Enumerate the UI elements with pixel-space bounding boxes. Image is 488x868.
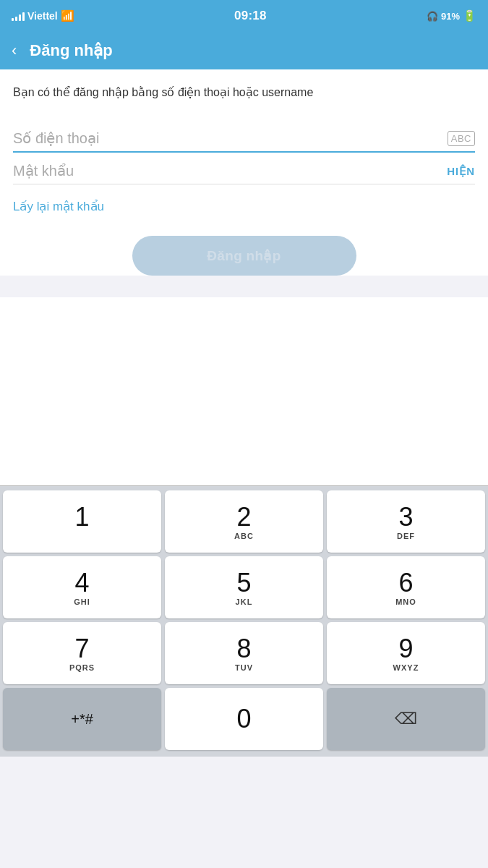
keyboard-row-2: 4 GHI 5 JKL 6 MNO <box>3 556 485 618</box>
phone-input[interactable] <box>13 130 442 147</box>
content-spacer <box>0 297 488 485</box>
key-7[interactable]: 7 PQRS <box>3 622 161 684</box>
key-9[interactable]: 9 WXYZ <box>327 622 485 684</box>
password-input-wrapper: HIỆN <box>13 156 475 184</box>
show-password-button[interactable]: HIỆN <box>447 165 475 178</box>
key-6[interactable]: 6 MNO <box>327 556 485 618</box>
page-title: Đăng nhập <box>30 41 112 60</box>
key-8[interactable]: 8 TUV <box>165 622 323 684</box>
key-5[interactable]: 5 JKL <box>165 556 323 618</box>
delete-icon: ⌫ <box>395 710 417 728</box>
keyboard-row-1: 1 2 ABC 3 DEF <box>3 490 485 553</box>
key-symbols[interactable]: +*# <box>3 688 161 750</box>
key-1[interactable]: 1 <box>3 490 161 553</box>
key-8-letters: TUV <box>235 663 253 672</box>
key-0-number: 0 <box>236 705 251 733</box>
key-2[interactable]: 2 ABC <box>165 490 323 553</box>
key-3[interactable]: 3 DEF <box>327 490 485 553</box>
key-2-number: 2 <box>236 503 251 532</box>
key-1-letters <box>80 532 83 540</box>
key-7-letters: PQRS <box>69 663 95 672</box>
key-3-number: 3 <box>398 503 413 532</box>
key-1-number: 1 <box>74 503 89 532</box>
key-5-number: 5 <box>236 569 251 597</box>
key-6-number: 6 <box>398 569 413 597</box>
status-time: 09:18 <box>234 9 267 23</box>
wifi-icon: 📶 <box>61 9 74 22</box>
abc-icon: ABC <box>448 131 475 146</box>
keyboard-row-4: +*# 0 ⌫ <box>3 688 485 750</box>
key-5-letters: JKL <box>236 597 253 606</box>
nav-bar: ‹ Đăng nhập <box>0 32 488 69</box>
key-4[interactable]: 4 GHI <box>3 556 161 618</box>
forgot-password-link[interactable]: Lấy lại mật khẩu <box>13 199 104 214</box>
key-2-letters: ABC <box>234 532 254 540</box>
forgot-password-anchor[interactable]: Lấy lại mật khẩu <box>13 200 104 213</box>
main-content: Bạn có thể đăng nhập bằng số điện thoại … <box>0 69 488 276</box>
key-4-number: 4 <box>74 569 89 597</box>
key-9-number: 9 <box>398 634 413 663</box>
back-button[interactable]: ‹ <box>12 38 22 63</box>
description-text: Bạn có thể đăng nhập bằng số điện thoại … <box>13 84 475 101</box>
headphone-icon: 🎧 <box>427 11 438 22</box>
key-delete[interactable]: ⌫ <box>327 688 485 750</box>
key-0[interactable]: 0 <box>165 688 323 750</box>
login-button[interactable]: Đăng nhập <box>132 236 356 276</box>
numeric-keyboard: 1 2 ABC 3 DEF 4 GHI 5 JKL 6 MNO 7 PQRS <box>0 485 488 757</box>
key-symbols-label: +*# <box>71 711 93 728</box>
key-3-letters: DEF <box>397 532 415 540</box>
signal-bars <box>12 11 25 21</box>
battery-icon: 🔋 <box>463 9 476 22</box>
key-4-letters: GHI <box>74 597 90 606</box>
key-9-letters: WXYZ <box>393 663 419 672</box>
status-right: 🎧 91% 🔋 <box>427 9 476 22</box>
key-6-letters: MNO <box>395 597 416 606</box>
login-btn-wrapper: Đăng nhập <box>13 236 475 276</box>
key-8-number: 8 <box>236 634 251 663</box>
carrier-name: Viettel <box>27 10 58 22</box>
password-input[interactable] <box>13 163 441 179</box>
key-7-number: 7 <box>74 634 89 663</box>
battery-percent: 91% <box>441 11 460 22</box>
keyboard-row-3: 7 PQRS 8 TUV 9 WXYZ <box>3 622 485 684</box>
status-left: Viettel 📶 <box>12 9 74 22</box>
phone-input-wrapper: ABC <box>13 123 475 153</box>
status-bar: Viettel 📶 09:18 🎧 91% 🔋 <box>0 0 488 32</box>
